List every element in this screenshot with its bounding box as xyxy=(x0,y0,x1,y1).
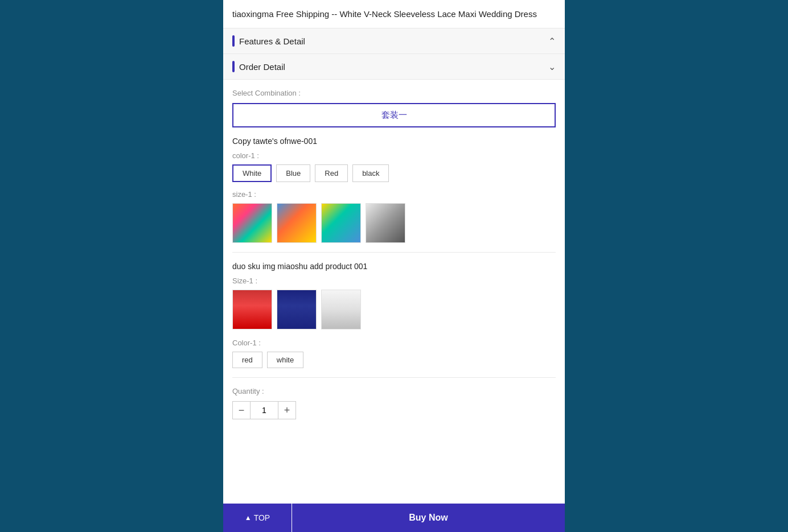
sku2-size-options xyxy=(232,290,556,329)
bottom-bar: ▲ TOP Buy Now xyxy=(223,504,565,532)
divider-2 xyxy=(232,377,556,378)
select-combination-label: Select Combination : xyxy=(232,89,556,97)
main-content: tiaoxingma Free Shipping -- White V-Neck… xyxy=(223,0,565,532)
buy-now-button[interactable]: Buy Now xyxy=(292,504,565,532)
size-img-3 xyxy=(322,204,360,242)
quantity-increase-button[interactable]: + xyxy=(278,401,296,419)
order-chevron-down-icon: ⌄ xyxy=(548,61,556,72)
color2-btn-red[interactable]: red xyxy=(232,352,262,368)
color-btn-black[interactable]: black xyxy=(352,164,389,182)
order-header-left: Order Detail xyxy=(232,61,285,72)
features-detail-header[interactable]: Features & Detail ⌃ xyxy=(223,28,565,54)
quantity-input[interactable] xyxy=(251,401,278,419)
product-title: tiaoxingma Free Shipping -- White V-Neck… xyxy=(232,8,556,20)
size-img-btn-3[interactable] xyxy=(321,203,361,243)
size2-img-btn-2[interactable] xyxy=(277,290,317,329)
top-label: TOP xyxy=(254,513,270,522)
color-btn-white[interactable]: White xyxy=(232,164,272,182)
order-title: Order Detail xyxy=(239,62,285,72)
sku2-title: duo sku img miaoshu add product 001 xyxy=(232,262,556,271)
size-img-btn-4[interactable] xyxy=(366,203,405,243)
size-img-4 xyxy=(366,204,405,242)
quantity-decrease-button[interactable]: − xyxy=(232,401,251,419)
features-header-left: Features & Detail xyxy=(232,35,305,47)
sku1-color-options: White Blue Red black xyxy=(232,164,556,182)
quantity-control: − + xyxy=(232,401,556,419)
buy-now-label: Buy Now xyxy=(409,513,448,523)
size2-img-2 xyxy=(277,290,316,329)
sku2-size-label: Size-1 : xyxy=(232,277,556,285)
color-btn-blue[interactable]: Blue xyxy=(276,164,310,182)
size2-img-3 xyxy=(322,290,360,329)
size-img-2 xyxy=(277,204,316,242)
top-button[interactable]: ▲ TOP xyxy=(223,504,292,532)
size-img-btn-1[interactable] xyxy=(232,203,272,243)
top-arrow-icon: ▲ xyxy=(245,514,252,522)
sku2-color-options: red white xyxy=(232,352,556,368)
combination-button[interactable]: 套装一 xyxy=(232,103,556,127)
divider-1 xyxy=(232,252,556,253)
order-detail-section: Select Combination : 套装一 Copy tawte's of… xyxy=(223,80,565,428)
features-bar-icon xyxy=(232,35,235,47)
order-bar-icon xyxy=(232,61,235,72)
size2-img-btn-1[interactable] xyxy=(232,290,272,329)
quantity-section: Quantity : − + xyxy=(232,387,556,419)
sku1-size-options xyxy=(232,203,556,243)
product-title-section: tiaoxingma Free Shipping -- White V-Neck… xyxy=(223,0,565,28)
order-detail-header[interactable]: Order Detail ⌄ xyxy=(223,54,565,80)
features-chevron-up-icon: ⌃ xyxy=(548,36,556,47)
size2-img-btn-3[interactable] xyxy=(321,290,361,329)
features-title: Features & Detail xyxy=(239,36,305,46)
size-img-1 xyxy=(233,204,272,242)
sku1-title: Copy tawte's ofnwe-001 xyxy=(232,137,556,146)
quantity-label: Quantity : xyxy=(232,387,556,395)
size-img-btn-2[interactable] xyxy=(277,203,317,243)
color-btn-red[interactable]: Red xyxy=(315,164,348,182)
color2-btn-white[interactable]: white xyxy=(267,352,303,368)
sku1-size-label: size-1 : xyxy=(232,190,556,199)
page-wrapper: tiaoxingma Free Shipping -- White V-Neck… xyxy=(0,0,788,532)
sku2-color-label: Color-1 : xyxy=(232,339,556,347)
sku1-color-label: color-1 : xyxy=(232,151,556,160)
size2-img-1 xyxy=(233,290,272,329)
